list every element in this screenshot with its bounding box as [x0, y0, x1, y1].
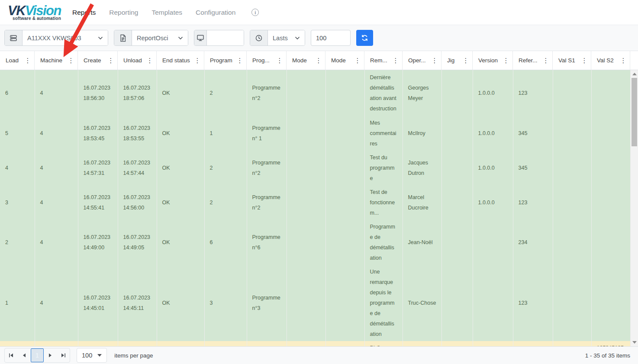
- column-menu-icon[interactable]: ⋮: [542, 51, 550, 70]
- grid-cell-prog: Programme n°6: [247, 220, 287, 265]
- report-select[interactable]: ReportOsci: [132, 30, 188, 45]
- grid-cell-unload: 16.07.2023 18:57:06: [118, 70, 157, 116]
- grid-cell-prog: Programme n° 1: [247, 116, 287, 151]
- column-header-machine[interactable]: Machine⋮: [35, 51, 78, 70]
- scroll-up-icon[interactable]: [632, 73, 637, 75]
- grid-cell-machine: 4: [35, 151, 78, 185]
- page-button-1[interactable]: 1: [31, 348, 44, 362]
- nav-item-reporting[interactable]: Reporting: [109, 9, 138, 16]
- grid-cell-machine: 3: [35, 341, 78, 346]
- table-row[interactable]: 6416.07.2023 18:56:3016.07.2023 18:57:06…: [0, 70, 630, 116]
- column-title: Oper...: [408, 57, 426, 64]
- grid-cell-machine: 4: [35, 185, 78, 220]
- column-menu-icon[interactable]: ⋮: [580, 51, 588, 70]
- column-menu-icon[interactable]: ⋮: [315, 51, 322, 70]
- column-menu-icon[interactable]: ⋮: [107, 51, 115, 70]
- column-menu-icon[interactable]: ⋮: [146, 51, 154, 70]
- results-table: 6416.07.2023 18:56:3016.07.2023 18:57:06…: [0, 70, 631, 346]
- grid-cell-jig: [441, 220, 473, 265]
- column-menu-icon[interactable]: ⋮: [354, 51, 361, 70]
- chevron-down-icon: [295, 36, 300, 40]
- grid-cell-machine: 4: [35, 70, 78, 116]
- grid-cell-mode-2: [325, 70, 364, 116]
- scroll-down-icon[interactable]: [632, 341, 637, 344]
- column-header-unload[interactable]: Unload⋮: [118, 51, 157, 70]
- filter-toolbar: A11XXX VKWS003 ReportOsci: [0, 25, 638, 51]
- column-menu-icon[interactable]: ⋮: [502, 51, 510, 70]
- grid-cell-val-s2: [591, 265, 630, 341]
- grid-cell-program: 2: [204, 185, 247, 220]
- scrollbar-thumb[interactable]: [632, 78, 637, 146]
- grid-cell-val-s2: [591, 70, 630, 116]
- table-row[interactable]: 1416.07.2023 14:45:0116.07.2023 14:45:11…: [0, 265, 630, 341]
- limit-input[interactable]: [311, 30, 351, 46]
- column-header-val-s2[interactable]: Val S2⋮: [591, 51, 630, 70]
- column-menu-icon[interactable]: ⋮: [431, 51, 438, 70]
- column-header-jig[interactable]: Jig⋮: [441, 51, 473, 70]
- refresh-icon: [361, 34, 368, 42]
- grid-cell-machine: 4: [35, 116, 78, 151]
- monitor-input[interactable]: [207, 30, 244, 45]
- report-select-value: ReportOsci: [137, 35, 168, 42]
- nav-item-templates[interactable]: Templates: [151, 9, 182, 16]
- column-menu-icon[interactable]: ⋮: [392, 51, 400, 70]
- grid-cell-load: 6: [0, 70, 35, 116]
- grid-cell-version: 1.0.0.0: [473, 185, 513, 220]
- column-title: End status: [162, 57, 190, 64]
- grid-cell-program: 3: [204, 265, 247, 341]
- grid-cell-program: 13: [204, 341, 247, 346]
- grid-cell-unload: 16.07.2023 18:53:55: [118, 116, 157, 151]
- table-row[interactable]: 3633306.10.2021 17:43:17Unknown13Dorage3…: [0, 341, 630, 346]
- main-menu: Reports Reporting Templates Configuratio…: [72, 9, 259, 16]
- grid-cell-oper: Georges Meyer: [403, 70, 441, 116]
- column-header-end-status[interactable]: End status⋮: [157, 51, 204, 70]
- table-row[interactable]: 3416.07.2023 14:55:4116.07.2023 14:56:00…: [0, 185, 630, 220]
- column-title: Program: [210, 57, 232, 64]
- grid-cell-load: 3: [0, 185, 35, 220]
- column-header-create[interactable]: Create⋮: [78, 51, 118, 70]
- report-select-group: ReportOsci: [114, 30, 188, 46]
- page-size-select[interactable]: 100: [77, 348, 107, 363]
- nav-item-reports[interactable]: Reports: [72, 9, 96, 16]
- column-header-oper[interactable]: Oper...⋮: [403, 51, 441, 70]
- period-select[interactable]: Lasts: [268, 30, 305, 45]
- column-menu-icon[interactable]: ⋮: [462, 51, 470, 70]
- column-header-refer[interactable]: Refer...⋮: [513, 51, 553, 70]
- refresh-button[interactable]: [356, 30, 373, 46]
- previous-page-button[interactable]: [18, 348, 31, 362]
- table-row[interactable]: 4416.07.2023 14:57:3116.07.2023 14:57:44…: [0, 151, 630, 185]
- grid-cell-end-status: Unknown: [157, 341, 204, 346]
- column-header-rem[interactable]: Rem...⋮: [364, 51, 403, 70]
- grid-cell-jig: [441, 70, 473, 116]
- info-icon[interactable]: i: [251, 9, 259, 16]
- column-header-prog[interactable]: Prog...⋮: [247, 51, 287, 70]
- column-menu-icon[interactable]: ⋮: [67, 51, 75, 70]
- column-header-mode-2[interactable]: Mode⋮: [325, 51, 364, 70]
- grid-cell-oper: Marcel Ducroire: [403, 185, 441, 220]
- column-menu-icon[interactable]: ⋮: [193, 51, 201, 70]
- vk-vision-logo[interactable]: VKVision software & automation: [8, 4, 61, 21]
- column-menu-icon[interactable]: ⋮: [276, 51, 284, 70]
- column-menu-icon[interactable]: ⋮: [236, 51, 244, 70]
- grid-cell-version: 1.0.0.0: [473, 151, 513, 185]
- column-menu-icon[interactable]: ⋮: [24, 51, 32, 70]
- vertical-scrollbar[interactable]: [631, 70, 638, 346]
- first-page-button[interactable]: [5, 348, 18, 362]
- last-page-button[interactable]: [57, 348, 70, 362]
- table-row[interactable]: 5416.07.2023 18:53:4516.07.2023 18:53:55…: [0, 116, 630, 151]
- nav-item-configuration[interactable]: Configuration: [196, 9, 235, 16]
- column-header-version[interactable]: Version⋮: [473, 51, 513, 70]
- column-menu-icon[interactable]: ⋮: [619, 51, 627, 70]
- grid-cell-val-s2: [591, 220, 630, 265]
- column-header-mode[interactable]: Mode⋮: [287, 51, 325, 70]
- column-header-load[interactable]: Load⋮: [0, 51, 35, 70]
- machine-select[interactable]: A11XXX VKWS003: [23, 30, 108, 45]
- grid-cell-refer: 123: [513, 185, 553, 220]
- table-row[interactable]: 2416.07.2023 14:49:0016.07.2023 14:49:05…: [0, 220, 630, 265]
- grid-cell-unload: 16.07.2023 14:49:05: [118, 220, 157, 265]
- next-page-button[interactable]: [44, 348, 57, 362]
- period-select-group: Lasts: [250, 30, 305, 46]
- column-header-val-s1[interactable]: Val S1⋮: [553, 51, 591, 70]
- grid-cell-jig: 1: [441, 341, 473, 346]
- column-header-program[interactable]: Program⋮: [204, 51, 247, 70]
